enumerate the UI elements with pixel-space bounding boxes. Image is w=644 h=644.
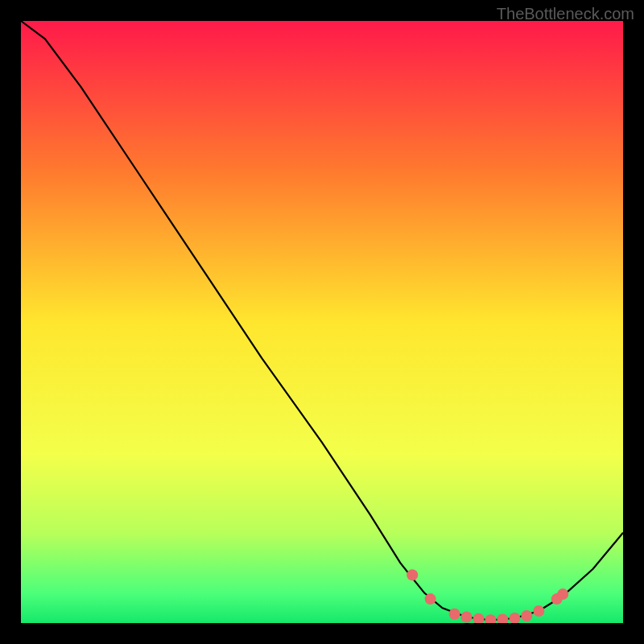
watermark-text: TheBottleneck.com	[497, 5, 634, 23]
plot-area	[21, 21, 623, 623]
data-marker	[407, 569, 418, 580]
gradient-background	[21, 21, 623, 623]
data-marker	[557, 588, 568, 600]
chart-container: TheBottleneck.com	[0, 0, 644, 644]
data-marker	[449, 609, 460, 620]
chart-svg	[21, 21, 623, 623]
data-marker	[533, 605, 544, 617]
data-marker	[461, 612, 473, 623]
data-marker	[425, 593, 436, 605]
data-marker	[521, 610, 532, 621]
